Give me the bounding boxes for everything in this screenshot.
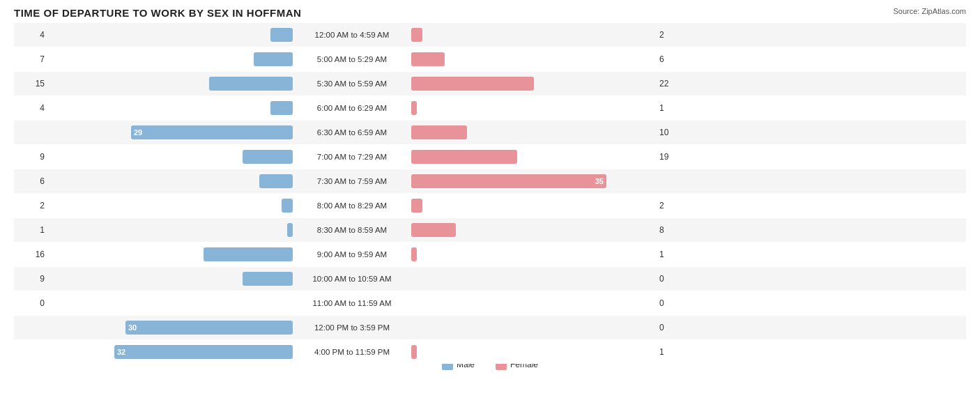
time-label: 10:00 AM to 10:59 AM xyxy=(293,275,411,283)
table-row: 29 6:30 AM to 6:59 AM 10 xyxy=(14,121,966,144)
time-label: 11:00 AM to 11:59 AM xyxy=(293,299,411,307)
male-bar-container xyxy=(49,101,293,115)
male-bar xyxy=(282,199,293,213)
table-row: 4 6:00 AM to 6:29 AM 1 xyxy=(14,96,966,120)
time-label: 9:00 AM to 9:59 AM xyxy=(293,250,411,259)
female-bar-container xyxy=(411,125,655,139)
female-value: 8 xyxy=(655,225,690,235)
female-bar-container xyxy=(411,223,655,237)
female-value: 0 xyxy=(655,298,690,308)
female-value: 0 xyxy=(655,274,690,284)
female-value: 2 xyxy=(655,30,690,40)
female-bar-container xyxy=(411,77,655,91)
male-bar-container xyxy=(49,150,293,164)
male-value: 15 xyxy=(14,79,49,89)
table-row: 30 12:00 PM to 3:59 PM 0 xyxy=(14,316,966,339)
chart-container: TIME OF DEPARTURE TO WORK BY SEX IN HOFF… xyxy=(0,0,980,414)
female-bar xyxy=(411,247,417,261)
male-bar xyxy=(243,272,293,286)
male-bar: 32 xyxy=(114,345,293,359)
female-value: 10 xyxy=(655,128,690,137)
male-bar-container: 30 xyxy=(49,321,293,335)
female-bar-container xyxy=(411,52,655,66)
female-bar xyxy=(411,52,445,66)
time-label: 4:00 PM to 11:59 PM xyxy=(293,348,411,356)
table-row: 2 8:00 AM to 8:29 AM 2 xyxy=(14,194,966,217)
female-bar xyxy=(411,150,517,164)
time-label: 12:00 PM to 3:59 PM xyxy=(293,323,411,332)
male-bar-container xyxy=(49,272,293,286)
time-label: 8:30 AM to 8:59 AM xyxy=(293,226,411,234)
female-bar xyxy=(411,77,534,91)
chart-area: 4 12:00 AM to 4:59 AM 2 7 5:00 AM to 5:2… xyxy=(14,23,966,353)
male-bar xyxy=(259,174,293,188)
female-bar-container xyxy=(411,321,655,335)
table-row: 32 4:00 PM to 11:59 PM 1 xyxy=(14,340,966,364)
male-value: 9 xyxy=(14,274,49,284)
time-label: 8:00 AM to 8:29 AM xyxy=(293,201,411,210)
female-value: 1 xyxy=(655,250,690,259)
male-bar-container xyxy=(49,52,293,66)
male-bar-container xyxy=(49,174,293,188)
male-bar-container: 32 xyxy=(49,345,293,359)
table-row: 15 5:30 AM to 5:59 AM 22 xyxy=(14,72,966,95)
source-text: Source: ZipAtlas.com xyxy=(893,7,966,15)
female-bar-container xyxy=(411,247,655,261)
time-label: 7:30 AM to 7:59 AM xyxy=(293,177,411,185)
female-bar-container xyxy=(411,272,655,286)
table-row: 1 8:30 AM to 8:59 AM 8 xyxy=(14,218,966,242)
male-bar-container xyxy=(49,247,293,261)
female-bar: 35 xyxy=(411,174,606,188)
male-bar-container xyxy=(49,223,293,237)
male-value: 16 xyxy=(14,250,49,259)
female-value: 22 xyxy=(655,79,690,89)
female-bar-container xyxy=(411,296,655,310)
table-row: 9 10:00 AM to 10:59 AM 0 xyxy=(14,267,966,291)
male-bar xyxy=(270,28,293,42)
male-value: 9 xyxy=(14,152,49,162)
male-bar xyxy=(270,101,293,115)
chart-title: TIME OF DEPARTURE TO WORK BY SEX IN HOFF… xyxy=(14,7,966,19)
female-bar xyxy=(411,199,422,213)
male-value: 4 xyxy=(14,103,49,113)
male-bar-container xyxy=(49,296,293,310)
male-bar: 29 xyxy=(131,125,293,139)
table-row: 9 7:00 AM to 7:29 AM 19 xyxy=(14,145,966,169)
female-bar-container xyxy=(411,345,655,359)
male-value: 2 xyxy=(14,201,49,210)
male-bar: 30 xyxy=(125,321,293,335)
female-value: 6 xyxy=(655,54,690,64)
male-bar-container xyxy=(49,28,293,42)
male-bar-container xyxy=(49,199,293,213)
male-value: 7 xyxy=(14,54,49,64)
female-value: 0 xyxy=(655,323,690,332)
male-bar-container: 29 xyxy=(49,125,293,139)
time-label: 6:30 AM to 6:59 AM xyxy=(293,128,411,137)
time-label: 6:00 AM to 6:29 AM xyxy=(293,104,411,112)
female-value: 19 xyxy=(655,152,690,162)
male-bar xyxy=(209,77,293,91)
time-label: 5:00 AM to 5:29 AM xyxy=(293,55,411,63)
male-bar xyxy=(287,223,293,237)
male-bar xyxy=(254,52,293,66)
female-bar xyxy=(411,125,467,139)
female-value: 2 xyxy=(655,201,690,210)
male-value: 4 xyxy=(14,30,49,40)
time-label: 12:00 AM to 4:59 AM xyxy=(293,31,411,39)
male-value: 1 xyxy=(14,225,49,235)
male-bar xyxy=(204,247,293,261)
table-row: 6 7:30 AM to 7:59 AM 35 xyxy=(14,169,966,193)
female-value: 1 xyxy=(655,103,690,113)
male-bar xyxy=(243,150,293,164)
female-bar xyxy=(411,345,417,359)
female-bar-container xyxy=(411,28,655,42)
female-bar-container: 35 xyxy=(411,174,655,188)
male-value: 0 xyxy=(14,298,49,308)
female-bar-container xyxy=(411,101,655,115)
male-bar-container xyxy=(49,77,293,91)
table-row: 7 5:00 AM to 5:29 AM 6 xyxy=(14,47,966,71)
table-row: 0 11:00 AM to 11:59 AM 0 xyxy=(14,291,966,315)
female-bar-container xyxy=(411,199,655,213)
male-value: 6 xyxy=(14,176,49,186)
time-label: 7:00 AM to 7:29 AM xyxy=(293,153,411,161)
